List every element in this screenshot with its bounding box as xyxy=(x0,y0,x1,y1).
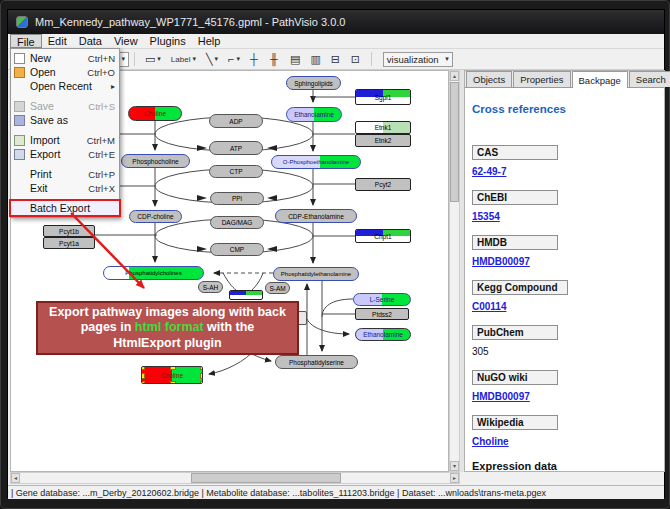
pathway-node-cdp-choline[interactable]: CDP-choline xyxy=(129,210,182,223)
selection-handle[interactable] xyxy=(141,366,145,370)
pathway-node-phosphatidylserine[interactable]: Phosphatidylserine xyxy=(275,355,358,369)
pathway-node-choline-selected[interactable]: Choline xyxy=(141,366,203,384)
xref-section-pubchem: PubChem305 xyxy=(472,325,664,357)
scroll-down-icon[interactable]: ▾ xyxy=(450,461,459,471)
menu-item-shortcut: Ctrl+N xyxy=(88,53,115,64)
label-tool-button[interactable]: Label▾ xyxy=(168,51,199,67)
menu-item-save[interactable]: SaveCtrl+S xyxy=(11,99,119,113)
node-label: O-Phosphoethanolamine xyxy=(283,159,349,165)
pathway-node-pemt-hidden[interactable] xyxy=(229,290,263,300)
menubar-item-data[interactable]: Data xyxy=(73,34,108,48)
horizontal-scroll-thumb[interactable] xyxy=(191,473,341,483)
menu-item-export[interactable]: ExportCtrl+E xyxy=(11,147,119,161)
scroll-up-icon[interactable]: ▴ xyxy=(450,71,459,81)
tab-backpage[interactable]: Backpage xyxy=(572,71,628,88)
title-bar[interactable]: Mm_Kennedy_pathway_WP1771_45176.gpml - P… xyxy=(8,10,664,34)
visualization-combobox[interactable]: visualization ▾ xyxy=(383,52,453,67)
pathway-node-etnk2[interactable]: Etnk2 xyxy=(355,134,411,147)
menubar-item-file[interactable]: File xyxy=(10,34,42,48)
menu-item-exit[interactable]: ExitCtrl+X xyxy=(11,181,119,195)
menubar-item-help[interactable]: Help xyxy=(192,34,227,48)
selection-handle[interactable] xyxy=(170,366,176,370)
pathway-node-adp[interactable]: ADP xyxy=(209,114,263,128)
canvas-vertical-scrollbar[interactable]: ▴ ▾ xyxy=(449,70,460,472)
pathway-node-phosphatidylethanolamine[interactable]: Phosphatidylethanolamine xyxy=(273,267,359,281)
xref-title-kegg-compound: Kegg Compound xyxy=(472,280,568,295)
menu-item-open[interactable]: OpenCtrl+O xyxy=(11,65,119,79)
pathway-node-ethanolamine-bottom[interactable]: Ethanolamine xyxy=(355,328,411,341)
xref-link-wikipedia[interactable]: Choline xyxy=(472,436,664,447)
menu-item-import[interactable]: ImportCtrl+M xyxy=(11,133,119,147)
scroll-left-icon[interactable]: ◂ xyxy=(11,473,20,483)
pathway-node-sphingolipids[interactable]: Sphingolipids xyxy=(286,76,341,90)
chevron-down-icon[interactable]: ▾ xyxy=(237,55,241,63)
pathway-node-pcyt2[interactable]: Pcyt2 xyxy=(355,178,411,191)
chevron-down-icon[interactable]: ▾ xyxy=(192,55,196,63)
line-tool-button[interactable]: ╲▾ xyxy=(203,51,221,67)
pathway-node-ppi[interactable]: PPi xyxy=(210,192,264,205)
menu-item-print[interactable]: PrintCtrl+P xyxy=(11,167,119,181)
xref-link-cas[interactable]: 62-49-7 xyxy=(472,166,664,177)
pathway-node-atp[interactable]: ATP xyxy=(209,141,263,155)
selection-handle[interactable] xyxy=(141,373,145,379)
datanode-tool-button[interactable]: ▭▾ xyxy=(142,51,164,67)
pathway-node-etnk1[interactable]: Etnk1 xyxy=(355,121,411,134)
pathway-node-cdp-ethanolamine[interactable]: CDP-Ethanolamine xyxy=(275,209,357,223)
selection-handle[interactable] xyxy=(170,381,176,384)
match-width-button[interactable]: ⊟ xyxy=(328,51,344,67)
canvas-horizontal-scrollbar[interactable]: ◂ ▸ xyxy=(10,472,460,484)
menu-item-batch-export[interactable]: Batch Export xyxy=(11,201,119,215)
pathway-node-s-am[interactable]: S-AM xyxy=(265,282,290,294)
node-label: Choline xyxy=(161,372,183,379)
xref-link-hmdb[interactable]: HMDB00097 xyxy=(472,256,664,267)
tab-objects[interactable]: Objects xyxy=(466,71,512,87)
callout-line-3: HtmlExport plugin xyxy=(113,336,221,352)
pathway-node-cmp[interactable]: CMP xyxy=(210,243,264,256)
selection-handle[interactable] xyxy=(141,381,145,384)
pathway-node-ptdss2[interactable]: Ptdss2 xyxy=(355,308,409,320)
pathway-node-chpt1[interactable]: Chpt1 xyxy=(355,229,411,243)
selection-handle[interactable] xyxy=(200,373,203,379)
pathway-node-pcyt1b[interactable]: Pcyt1b xyxy=(43,225,95,237)
menubar-item-view[interactable]: View xyxy=(108,34,144,48)
match-height-button[interactable]: ⊡ xyxy=(348,51,364,67)
menu-item-save-as[interactable]: Save as xyxy=(11,113,119,127)
pathway-node-o-phosphoethanolamine[interactable]: O-Phosphoethanolamine xyxy=(271,155,361,169)
pathway-node-ctp[interactable]: CTP xyxy=(209,165,263,178)
menubar-item-plugins[interactable]: Plugins xyxy=(144,34,192,48)
distribute-rows-icon: ▤ xyxy=(290,54,300,65)
pathway-node-pcyt1a[interactable]: Pcyt1a xyxy=(43,237,95,249)
node-label: Pcyt1b xyxy=(59,228,79,235)
selection-handle[interactable] xyxy=(200,366,203,370)
menu-item-label: Open xyxy=(30,66,83,78)
menu-item-open-recent[interactable]: Open Recent▸ xyxy=(11,79,119,93)
pathway-node-phosphocholine[interactable]: Phosphocholine xyxy=(121,154,190,168)
pathway-node-s-ah[interactable]: S-AH xyxy=(198,281,223,293)
pathway-node-l-serine[interactable]: L-Serine xyxy=(353,293,411,306)
tab-properties[interactable]: Properties xyxy=(513,71,570,87)
vertical-scroll-thumb[interactable] xyxy=(450,82,459,202)
align-center-y-button[interactable]: ╫ xyxy=(267,51,283,67)
xref-link-chebi[interactable]: 15354 xyxy=(472,211,664,222)
xref-link-nugo-wiki[interactable]: HMDB00097 xyxy=(472,391,664,402)
align-center-x-button[interactable]: ┼ xyxy=(247,51,263,67)
toolbar-separator xyxy=(371,52,372,66)
distribute-cols-button[interactable]: ▥ xyxy=(307,51,323,67)
xref-link-kegg-compound[interactable]: C00114 xyxy=(472,301,664,312)
pathway-node-sgpl1[interactable]: Sgpl1 xyxy=(355,89,411,105)
pathway-node-phosphatidylcholines[interactable]: Phosphatidylcholines xyxy=(103,266,204,280)
menu-item-label: New xyxy=(30,52,84,64)
pathway-node-ethanolamine-top[interactable]: Ethanolamine xyxy=(286,107,342,122)
node-label: L-Serine xyxy=(370,296,395,303)
chevron-down-icon[interactable]: ▾ xyxy=(157,55,161,63)
connector-tool-button[interactable]: ⌐▾ xyxy=(225,51,243,67)
distribute-rows-button[interactable]: ▤ xyxy=(287,51,303,67)
pathway-node-dag-mag[interactable]: DAG/MAG xyxy=(210,216,264,229)
menubar-item-edit[interactable]: Edit xyxy=(42,34,73,48)
pathway-node-choline-top[interactable]: Choline xyxy=(128,106,182,121)
chevron-down-icon[interactable]: ▾ xyxy=(215,55,219,63)
scroll-right-icon[interactable]: ▸ xyxy=(450,473,459,483)
tab-search[interactable]: Search xyxy=(629,71,670,87)
menu-item-new[interactable]: NewCtrl+N xyxy=(11,51,119,65)
node-label: Phosphatidylserine xyxy=(289,359,344,366)
